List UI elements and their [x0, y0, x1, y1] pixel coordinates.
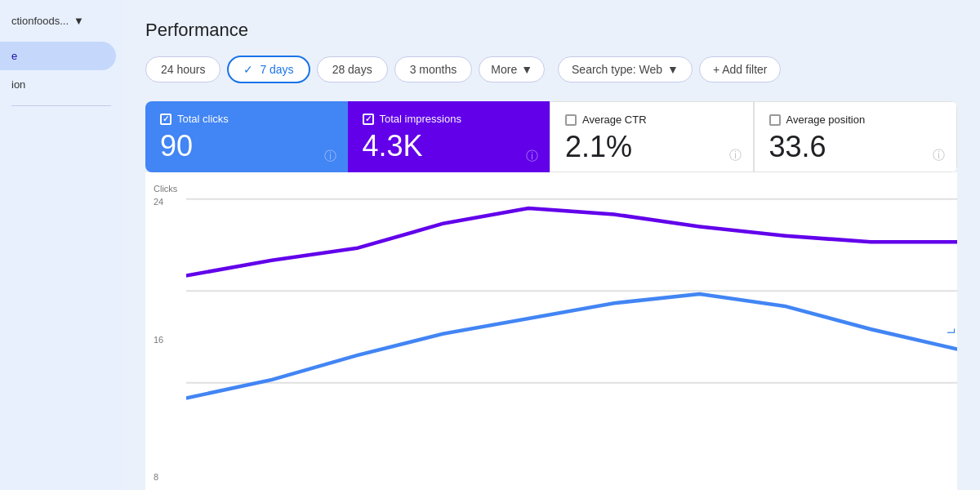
property-selector[interactable]: ctionfoods... ▼	[0, 0, 122, 42]
filter-more[interactable]: More ▼	[479, 56, 545, 82]
metric-value: 4.3K	[363, 131, 536, 161]
metric-header: Total impressions	[363, 113, 536, 125]
metric-average-ctr[interactable]: Average CTR 2.1% ⓘ	[550, 101, 754, 172]
average-ctr-checkbox[interactable]	[565, 114, 577, 126]
help-icon[interactable]: ⓘ	[324, 149, 336, 164]
chart-y-label: Clicks	[154, 184, 177, 194]
property-name: ctionfoods...	[11, 15, 69, 27]
average-position-checkbox[interactable]	[769, 114, 781, 126]
search-type-dropdown-icon: ▼	[667, 63, 679, 76]
more-dropdown-icon: ▼	[521, 63, 532, 76]
page-title: Performance	[145, 20, 957, 41]
chart-svg	[186, 184, 957, 490]
help-icon[interactable]: ⓘ	[526, 149, 538, 164]
help-icon[interactable]: ⓘ	[933, 148, 945, 163]
right-edge-label: L	[946, 172, 957, 490]
metric-header: Average position	[769, 114, 942, 126]
sidebar: ctionfoods... ▼ e ion	[0, 0, 122, 490]
property-dropdown-icon: ▼	[74, 15, 84, 27]
y-tick-16: 16	[154, 335, 163, 345]
metric-value: 2.1%	[565, 132, 738, 162]
metric-header: Average CTR	[565, 114, 738, 126]
total-clicks-checkbox[interactable]	[160, 114, 172, 125]
filter-7days[interactable]: ✓ 7 days	[227, 56, 310, 83]
y-tick-8: 8	[154, 472, 163, 482]
metric-label: Average CTR	[582, 114, 647, 126]
add-filter-button[interactable]: + Add filter	[699, 56, 782, 82]
chart-y-ticks: 24 16 8	[154, 197, 163, 490]
sidebar-item-ion[interactable]: ion	[0, 70, 122, 99]
sidebar-item-active[interactable]: e	[0, 42, 116, 70]
search-type-filter[interactable]: Search type: Web ▼	[558, 56, 693, 82]
y-tick-24: 24	[154, 197, 163, 207]
metric-label: Total impressions	[380, 113, 461, 125]
metric-header: Total clicks	[160, 113, 333, 125]
filter-row: 24 hours ✓ 7 days 28 days 3 months More …	[145, 56, 957, 83]
metric-cards: Total clicks 90 ⓘ Total impressions 4.3K…	[145, 101, 957, 172]
chart-area: Clicks 24 16 8 L	[145, 172, 957, 490]
metric-value: 90	[160, 131, 333, 161]
metric-total-impressions[interactable]: Total impressions 4.3K ⓘ	[348, 101, 550, 172]
metric-label: Average position	[786, 114, 866, 126]
sidebar-divider	[11, 105, 111, 106]
metric-label: Total clicks	[177, 113, 229, 125]
filter-28days[interactable]: 28 days	[317, 56, 388, 82]
check-icon: ✓	[243, 63, 253, 76]
total-impressions-checkbox[interactable]	[363, 114, 374, 125]
metric-value: 33.6	[769, 132, 942, 162]
help-icon[interactable]: ⓘ	[729, 148, 742, 163]
metric-average-position[interactable]: Average position 33.6 ⓘ	[754, 101, 958, 172]
filter-24hours[interactable]: 24 hours	[145, 56, 220, 82]
filter-3months[interactable]: 3 months	[394, 56, 473, 82]
main-content: Performance 24 hours ✓ 7 days 28 days 3 …	[122, 0, 980, 490]
metric-total-clicks[interactable]: Total clicks 90 ⓘ	[145, 101, 348, 172]
